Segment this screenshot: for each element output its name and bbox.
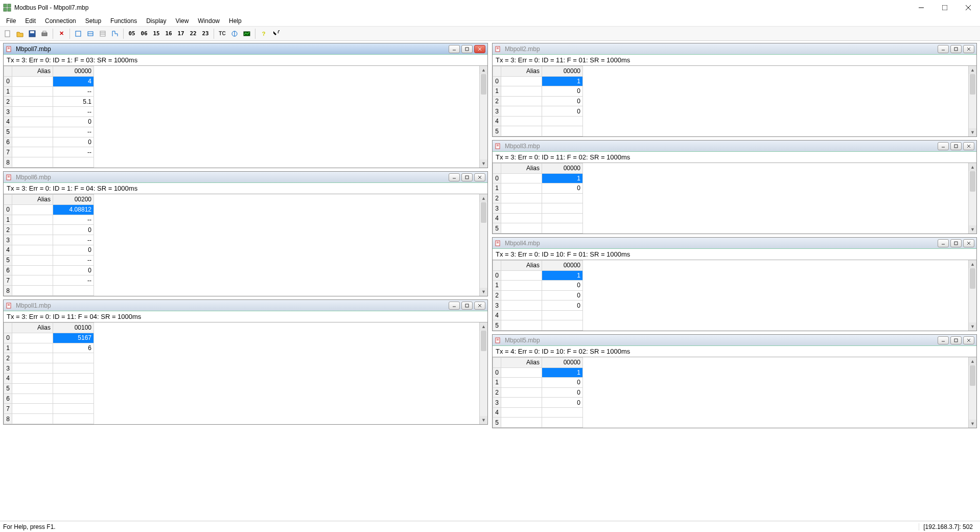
mdi-titlebar[interactable]: Mbpoll6.mbp: [4, 172, 487, 183]
mdi-maximize-button[interactable]: [461, 173, 473, 181]
table-row[interactable]: 10: [493, 378, 583, 388]
scroll-thumb[interactable]: [970, 171, 975, 192]
col-header-value[interactable]: 00200: [53, 195, 94, 205]
new-button[interactable]: [2, 28, 13, 39]
tool-button[interactable]: [109, 28, 121, 39]
table-row[interactable]: 5--: [4, 255, 94, 265]
tool-button[interactable]: [85, 28, 96, 39]
scroll-thumb[interactable]: [481, 331, 486, 351]
value-cell[interactable]: --: [53, 127, 94, 137]
value-cell[interactable]: [53, 353, 94, 363]
print-button[interactable]: [39, 28, 50, 39]
value-cell[interactable]: --: [53, 215, 94, 225]
table-row[interactable]: 5: [493, 126, 583, 136]
mdi-window-w3[interactable]: Mbpoll3.mbpTx = 3: Err = 0: ID = 11: F =…: [492, 140, 977, 234]
table-row[interactable]: 5--: [4, 127, 94, 137]
alias-cell[interactable]: [501, 300, 542, 311]
alias-cell[interactable]: [501, 193, 542, 203]
value-cell[interactable]: 4: [53, 76, 94, 86]
value-cell[interactable]: --: [53, 235, 94, 245]
table-row[interactable]: 01: [493, 173, 583, 183]
register-table[interactable]: Alias000000110203045: [493, 357, 583, 428]
alias-cell[interactable]: [12, 107, 53, 117]
col-header-value[interactable]: 00000: [53, 66, 94, 77]
value-cell[interactable]: [53, 394, 94, 404]
mdi-maximize-button[interactable]: [461, 302, 473, 310]
col-header-alias[interactable]: Alias: [12, 195, 53, 205]
alias-cell[interactable]: [12, 255, 53, 265]
scroll-up-icon[interactable]: ▲: [480, 322, 487, 331]
vertical-scrollbar[interactable]: ▲▼: [968, 357, 976, 428]
table-row[interactable]: 8: [4, 414, 94, 424]
table-row[interactable]: 2: [4, 353, 94, 363]
maximize-button[interactable]: [933, 0, 956, 15]
menu-functions[interactable]: Functions: [106, 16, 141, 26]
alias-cell[interactable]: [501, 270, 542, 281]
alias-cell[interactable]: [501, 116, 542, 126]
scroll-thumb[interactable]: [970, 74, 975, 95]
table-row[interactable]: 20: [493, 387, 583, 398]
menu-window[interactable]: Window: [194, 16, 224, 26]
register-table[interactable]: Alias000000110203045: [493, 260, 583, 331]
alias-cell[interactable]: [12, 333, 53, 343]
alias-cell[interactable]: [501, 281, 542, 291]
alias-cell[interactable]: [12, 97, 53, 107]
mdi-close-button[interactable]: [963, 142, 974, 150]
value-cell[interactable]: 1: [542, 76, 583, 86]
mdi-window-w5[interactable]: Mbpoll5.mbpTx = 4: Err = 0: ID = 10: F =…: [492, 334, 977, 428]
alias-cell[interactable]: [501, 106, 542, 117]
fn-22-button[interactable]: 22: [188, 28, 199, 39]
value-cell[interactable]: --: [53, 107, 94, 117]
mdi-close-button[interactable]: [474, 302, 485, 310]
table-row[interactable]: 5: [493, 320, 583, 331]
menu-view[interactable]: View: [172, 16, 193, 26]
alias-cell[interactable]: [12, 127, 53, 137]
mdi-maximize-button[interactable]: [461, 45, 473, 53]
close-button[interactable]: [956, 0, 980, 15]
table-row[interactable]: 30: [493, 300, 583, 311]
mdi-maximize-button[interactable]: [950, 336, 962, 344]
tool-button[interactable]: [97, 28, 108, 39]
vertical-scrollbar[interactable]: ▲▼: [479, 322, 487, 424]
value-cell[interactable]: 0: [542, 96, 583, 106]
alias-cell[interactable]: [12, 86, 53, 97]
value-cell[interactable]: 0: [542, 281, 583, 291]
mdi-maximize-button[interactable]: [950, 142, 962, 150]
mdi-close-button[interactable]: [963, 239, 974, 247]
scroll-down-icon[interactable]: ▼: [480, 159, 487, 168]
col-header-alias[interactable]: Alias: [501, 261, 542, 271]
scroll-down-icon[interactable]: ▼: [969, 322, 976, 331]
value-cell[interactable]: 0: [542, 387, 583, 398]
scroll-up-icon[interactable]: ▲: [480, 66, 487, 74]
alias-cell[interactable]: [12, 404, 53, 414]
value-cell[interactable]: --: [53, 255, 94, 265]
scroll-thumb[interactable]: [481, 202, 486, 223]
mdi-minimize-button[interactable]: [449, 45, 460, 53]
value-cell[interactable]: 5.1: [53, 97, 94, 107]
alias-cell[interactable]: [501, 418, 542, 428]
value-cell[interactable]: 5167: [53, 333, 94, 343]
table-row[interactable]: 7: [4, 404, 94, 414]
scroll-down-icon[interactable]: ▼: [969, 225, 976, 234]
table-row[interactable]: 3: [4, 363, 94, 374]
mdi-close-button[interactable]: [474, 45, 485, 53]
table-row[interactable]: 10: [493, 281, 583, 291]
mdi-maximize-button[interactable]: [950, 45, 962, 53]
mdi-window-w6[interactable]: Mbpoll6.mbpTx = 3: Err = 0: ID = 1: F = …: [3, 171, 488, 296]
value-cell[interactable]: [542, 310, 583, 320]
alias-cell[interactable]: [12, 117, 53, 127]
table-row[interactable]: 2: [493, 193, 583, 203]
delete-button[interactable]: ✕: [56, 28, 67, 39]
fn-23-button[interactable]: 23: [200, 28, 211, 39]
table-row[interactable]: 8: [4, 157, 94, 168]
open-button[interactable]: [14, 28, 26, 39]
vertical-scrollbar[interactable]: ▲▼: [479, 66, 487, 168]
value-cell[interactable]: 0: [542, 86, 583, 97]
alias-cell[interactable]: [501, 290, 542, 300]
table-row[interactable]: 01: [493, 76, 583, 86]
save-button[interactable]: [27, 28, 38, 39]
value-cell[interactable]: 6: [53, 343, 94, 353]
value-cell[interactable]: [542, 203, 583, 214]
table-row[interactable]: 30: [493, 106, 583, 117]
table-row[interactable]: 6: [4, 394, 94, 404]
